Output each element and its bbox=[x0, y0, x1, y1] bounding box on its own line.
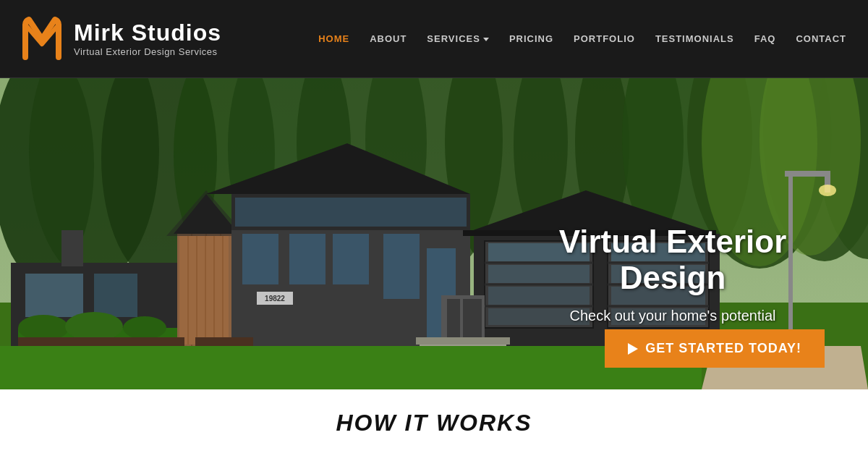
hero-text-block: Virtual Exterior Design Check out your h… bbox=[521, 224, 825, 346]
how-it-works-title: HOW IT WORKS bbox=[336, 410, 532, 436]
nav-faq[interactable]: FAQ bbox=[754, 33, 776, 44]
nav-portfolio[interactable]: PORTFOLIO bbox=[574, 33, 635, 44]
hero-title: Virtual Exterior Design bbox=[521, 224, 825, 297]
how-it-works-section: HOW IT WORKS bbox=[0, 389, 868, 456]
play-icon bbox=[628, 343, 638, 355]
main-nav: HOME ABOUT SERVICES PRICING PORTFOLIO TE… bbox=[318, 33, 846, 44]
nav-testimonials[interactable]: TESTIMONIALS bbox=[655, 33, 734, 44]
nav-pricing[interactable]: PRICING bbox=[509, 33, 553, 44]
logo-icon bbox=[22, 14, 65, 64]
site-header: Mirk Studios Virtual Exterior Design Ser… bbox=[0, 0, 868, 78]
hero-section: 19822 bbox=[0, 78, 868, 389]
logo-text-block: Mirk Studios Virtual Exterior Design Ser… bbox=[74, 20, 221, 56]
get-started-button[interactable]: GET STARTED TODAY! bbox=[605, 329, 825, 368]
nav-home[interactable]: HOME bbox=[318, 33, 349, 44]
nav-services[interactable]: SERVICES bbox=[427, 33, 489, 44]
cta-container: GET STARTED TODAY! bbox=[605, 329, 825, 368]
logo-tagline: Virtual Exterior Design Services bbox=[74, 46, 221, 57]
nav-about[interactable]: ABOUT bbox=[370, 33, 407, 44]
nav-contact[interactable]: CONTACT bbox=[796, 33, 846, 44]
chevron-down-icon bbox=[483, 38, 489, 41]
logo-area[interactable]: Mirk Studios Virtual Exterior Design Ser… bbox=[22, 14, 221, 64]
logo-name: Mirk Studios bbox=[74, 20, 221, 46]
